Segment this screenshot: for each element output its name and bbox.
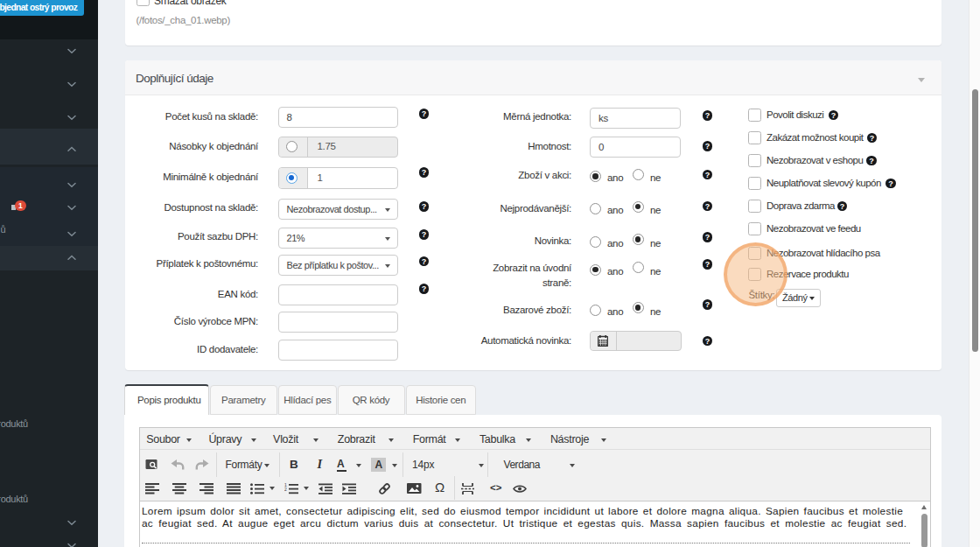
svg-text:2: 2 xyxy=(284,487,287,492)
